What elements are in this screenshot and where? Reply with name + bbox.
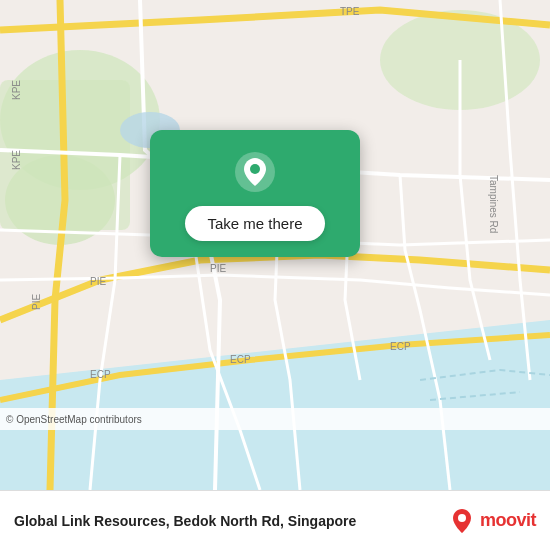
svg-text:KPE: KPE bbox=[11, 80, 22, 100]
bottom-bar: Global Link Resources, Bedok North Rd, S… bbox=[0, 490, 550, 550]
map-popup: Take me there bbox=[150, 130, 360, 257]
attribution-bar: © OpenStreetMap contributors bbox=[0, 408, 550, 430]
svg-text:PIE: PIE bbox=[31, 294, 42, 310]
svg-point-18 bbox=[250, 164, 260, 174]
svg-text:TPE: TPE bbox=[340, 6, 360, 17]
moovit-pin-icon bbox=[448, 507, 476, 535]
moovit-label: moovit bbox=[480, 510, 536, 531]
location-title: Global Link Resources, Bedok North Rd, S… bbox=[14, 513, 356, 529]
take-me-there-button[interactable]: Take me there bbox=[185, 206, 324, 241]
svg-text:ECP: ECP bbox=[90, 369, 111, 380]
svg-text:KPE: KPE bbox=[11, 150, 22, 170]
svg-text:ECP: ECP bbox=[230, 354, 251, 365]
svg-text:PIE: PIE bbox=[90, 276, 106, 287]
svg-text:PIE: PIE bbox=[210, 263, 226, 274]
svg-point-19 bbox=[458, 514, 466, 522]
location-pin-icon bbox=[233, 150, 277, 194]
map-container: KPE KPE PIE PIE PIE ECP ECP ECP TPE Tamp… bbox=[0, 0, 550, 490]
moovit-logo: moovit bbox=[448, 507, 536, 535]
location-info: Global Link Resources, Bedok North Rd, S… bbox=[14, 513, 356, 529]
svg-text:ECP: ECP bbox=[390, 341, 411, 352]
attribution-text: © OpenStreetMap contributors bbox=[6, 414, 142, 425]
svg-text:Tampines Rd: Tampines Rd bbox=[488, 175, 499, 233]
